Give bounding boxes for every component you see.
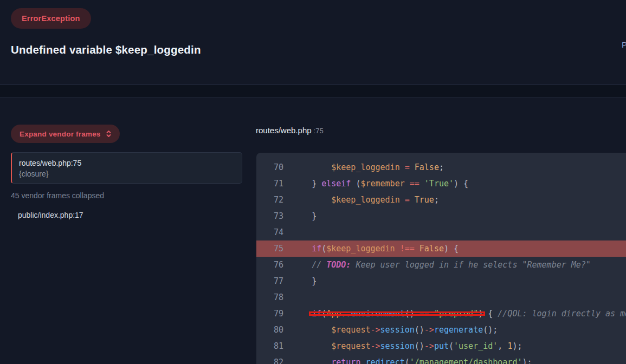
line-number: 81 bbox=[256, 338, 283, 354]
code-line-75: 75 if($keep_loggedin !== False) { bbox=[256, 240, 626, 257]
line-number: 75 bbox=[256, 240, 283, 257]
code-line-74: 74 bbox=[256, 224, 626, 240]
code-line-70: 70 $keep_loggedin = False; bbox=[256, 159, 626, 176]
page-title: Undefined variable $keep_loggedin bbox=[11, 43, 201, 56]
code-line-72: 72 $keep_loggedin = True; bbox=[256, 192, 626, 208]
line-number: 76 bbox=[256, 257, 283, 273]
code-viewer-panel: 70 $keep_loggedin = False;71 } elseif ($… bbox=[256, 153, 626, 364]
code-line-73: 73 } bbox=[256, 208, 626, 224]
code-viewer-header: routes/web.php:75 bbox=[256, 126, 324, 135]
line-number: 79 bbox=[256, 306, 283, 322]
line-number: 80 bbox=[256, 322, 283, 338]
line-number: 72 bbox=[256, 192, 283, 208]
stack-frame-selected[interactable]: routes/web.php:75 {closure} bbox=[11, 152, 242, 184]
line-number: 77 bbox=[256, 273, 283, 289]
code-file-name: routes/web.php bbox=[256, 126, 312, 135]
line-number: 71 bbox=[256, 176, 283, 192]
code-line-81: 81 $request->session()->put('user_id', 1… bbox=[256, 338, 626, 354]
line-number: 74 bbox=[256, 224, 283, 240]
code-line-71: 71 } elseif ($remember == 'True') { bbox=[256, 176, 626, 192]
code-line-77: 77 } bbox=[256, 273, 626, 289]
stack-frame-method: {closure} bbox=[19, 168, 234, 179]
expand-vendor-frames-label: Expand vendor frames bbox=[20, 130, 101, 138]
code-line-76: 76 // TODO: Keep user logged in if he se… bbox=[256, 257, 626, 273]
code-line-80: 80 $request->session()->regenerate(); bbox=[256, 322, 626, 338]
code-line-78: 78 bbox=[256, 289, 626, 306]
line-number: 73 bbox=[256, 208, 283, 224]
code-line-79: 79 if(App::environment() == "preprod") {… bbox=[256, 306, 626, 322]
stack-frame-file: routes/web.php:75 bbox=[19, 158, 234, 168]
expand-vendor-frames-button[interactable]: Expand vendor frames bbox=[11, 125, 120, 143]
line-number: 78 bbox=[256, 289, 283, 306]
code-lines: 70 $keep_loggedin = False;71 } elseif ($… bbox=[256, 159, 626, 364]
stack-frame-public-index[interactable]: public/index.php:17 bbox=[18, 211, 83, 219]
line-number: 70 bbox=[256, 159, 283, 176]
error-header: ErrorException Undefined variable $keep_… bbox=[0, 0, 626, 84]
vendor-frames-collapsed-note: 45 vendor frames collapsed bbox=[11, 191, 104, 200]
php-version-partial: P bbox=[622, 40, 626, 49]
exception-class-badge: ErrorException bbox=[11, 8, 91, 29]
line-number: 82 bbox=[256, 354, 283, 364]
annotation-box: if(App::environment() == "preprod") bbox=[312, 309, 483, 318]
code-line-ref: :75 bbox=[314, 127, 324, 135]
code-line-82: 82 return redirect('/management/dashboar… bbox=[256, 354, 626, 364]
section-divider-band bbox=[0, 84, 626, 98]
chevron-up-down-icon bbox=[105, 129, 113, 138]
